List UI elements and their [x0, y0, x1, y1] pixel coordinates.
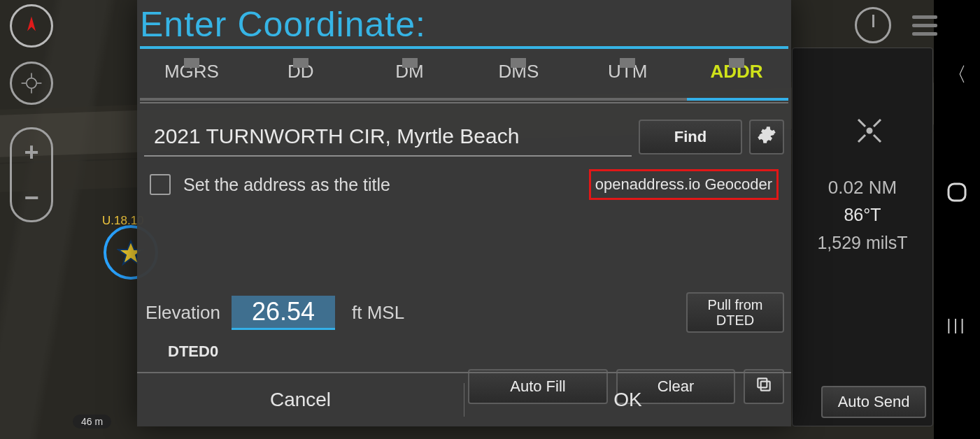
tab-dm[interactable]: DM — [355, 61, 464, 82]
dialog-footer: Cancel OK — [137, 372, 791, 426]
elevation-label: Elevation — [145, 302, 220, 324]
tab-dms[interactable]: DMS — [464, 61, 573, 82]
menu-icon[interactable] — [912, 15, 937, 36]
system-nav-rail: 〈 ||| — [934, 0, 980, 439]
ok-button[interactable]: OK — [464, 373, 791, 426]
set-title-checkbox[interactable] — [150, 174, 171, 195]
crosshair-icon[interactable] — [855, 117, 883, 147]
info-bearing-mils: 1,529 milsT — [793, 233, 932, 253]
nav-recents-icon[interactable]: ||| — [934, 316, 980, 334]
compass-icon[interactable] — [10, 4, 53, 48]
zoom-out-button[interactable]: − — [24, 183, 38, 213]
info-bearing-true: 86°T — [793, 205, 932, 225]
svg-marker-0 — [27, 17, 36, 31]
gear-icon — [757, 125, 776, 149]
pull-dted-button[interactable]: Pull from DTED — [686, 292, 784, 333]
app-toolbar — [804, 6, 937, 45]
geocoder-provider[interactable]: openaddress.io Geocoder — [589, 169, 779, 200]
svg-point-8 — [867, 129, 872, 133]
map-scale: 46 m — [73, 415, 111, 429]
coord-tabbar: MGRS DD DM DMS UTM ADDR — [137, 49, 791, 94]
power-icon[interactable] — [855, 7, 891, 43]
nav-back-icon[interactable]: 〈 — [934, 62, 980, 88]
locate-button[interactable] — [10, 62, 53, 105]
svg-rect-7 — [949, 184, 965, 201]
zoom-control[interactable]: + − — [10, 127, 53, 222]
dted-source: DTED0 — [168, 343, 791, 361]
find-button[interactable]: Find — [639, 120, 742, 154]
tab-mgrs[interactable]: MGRS — [137, 61, 246, 82]
info-distance: 0.02 NM — [793, 177, 932, 199]
tab-underline — [140, 98, 788, 101]
address-input[interactable]: 2021 TURNWORTH CIR, Myrtle Beach — [144, 117, 632, 157]
svg-point-1 — [27, 78, 36, 88]
elevation-unit: ft MSL — [352, 302, 404, 324]
tab-addr[interactable]: ADDR — [682, 61, 791, 82]
zoom-in-button[interactable]: + — [24, 138, 38, 167]
nav-home-icon[interactable] — [934, 182, 980, 206]
info-panel: 0.02 NM 86°T 1,529 milsT — [792, 48, 933, 426]
dialog-title: Enter Coordinate: — [137, 0, 791, 46]
enter-coordinate-dialog: Enter Coordinate: MGRS DD DM DMS UTM ADD… — [137, 0, 791, 426]
settings-button[interactable] — [749, 120, 784, 154]
set-title-label: Set the address as the title — [183, 175, 390, 195]
auto-send-button[interactable]: Auto Send — [821, 386, 926, 418]
cancel-button[interactable]: Cancel — [137, 373, 464, 426]
tab-dd[interactable]: DD — [246, 61, 355, 82]
tab-utm[interactable]: UTM — [573, 61, 682, 82]
elevation-input[interactable]: 26.54 — [232, 296, 335, 330]
